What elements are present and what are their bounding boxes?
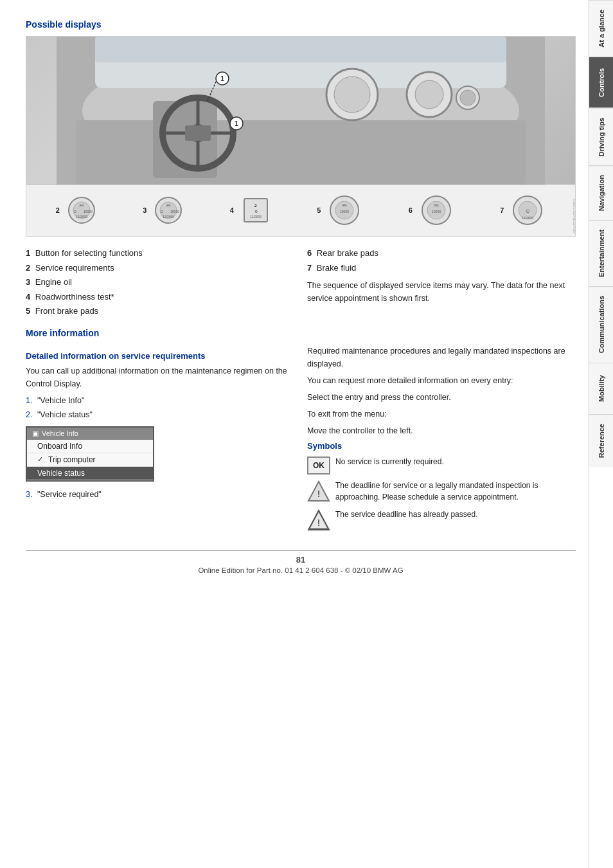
detailed-list: 1. "Vehicle Info" 2. "Vehicle status" — [26, 394, 294, 421]
car-interior-diagram: 1 1 — [26, 37, 575, 185]
instrument-svg-3: als O 10000 12/2009 — [153, 192, 184, 228]
svg-text:⊙: ⊙ — [526, 208, 530, 214]
detailed-list2: 3. "Service required" — [26, 488, 294, 501]
vehicle-info-trip: Trip computer — [27, 453, 153, 467]
tab-at-a-glance[interactable]: At a glance — [589, 0, 613, 57]
svg-point-10 — [334, 77, 370, 113]
vehicle-info-title: Vehicle Info — [42, 429, 78, 437]
list-item-7: 7 Brake fluid — [307, 262, 576, 275]
num-label-6: 6 — [409, 206, 416, 214]
list-item-6: 6 Rear brake pads — [307, 247, 576, 260]
numbered-list-right: 6 Rear brake pads 7 Brake fluid — [307, 247, 576, 274]
symbols-title: Symbols — [307, 441, 576, 451]
svg-text:12/2009: 12/2009 — [522, 216, 533, 220]
num-label-4: 4 — [230, 206, 238, 214]
diagram-main: 1 1 — [26, 37, 575, 185]
symbol-warn-triangle: ! — [307, 480, 330, 503]
items-list-left: 1 Button for selecting functions 2 Servi… — [26, 247, 294, 323]
tab-reference[interactable]: Reference — [589, 414, 613, 467]
more-information-title: More information — [26, 328, 576, 338]
right-tabs: At a glance Controls Driving tips Naviga… — [589, 0, 613, 868]
detailed-para1: You can call up additional information o… — [26, 365, 294, 390]
select-entry: Select the entry and press the controlle… — [307, 391, 576, 404]
items-list-right: 6 Rear brake pads 7 Brake fluid The sequ… — [307, 247, 576, 323]
symbol-passed-triangle: ! — [307, 509, 330, 532]
vehicle-info-icon: ▣ — [32, 429, 39, 438]
vehicle-info-status: Vehicle status — [27, 467, 153, 480]
svg-text:als: als — [166, 203, 171, 207]
svg-text:12/2009: 12/2009 — [76, 215, 87, 219]
symbol-ok-label: OK — [313, 461, 324, 470]
svg-text:10000: 10000 — [84, 210, 93, 213]
svg-rect-13 — [185, 125, 211, 141]
list-item-1: 1 Button for selecting functions — [26, 247, 294, 260]
more-detail-info: You can request more detailed informatio… — [307, 374, 576, 387]
num-label-3: 3 — [143, 206, 150, 214]
sequence-note: The sequence of displayed service items … — [307, 279, 576, 305]
tab-entertainment[interactable]: Entertainment — [589, 220, 613, 286]
list-item-4: 4 Roadworthiness test* — [26, 291, 294, 303]
svg-text:S̲: S̲ — [254, 203, 257, 207]
warn-triangle-svg: ! — [307, 480, 330, 503]
main-content: Possible displays — [0, 0, 589, 868]
symbol-row-passed: ! The service deadline has already passe… — [307, 509, 576, 532]
watermark: 03EC814a02A06 — [573, 199, 576, 233]
svg-text:12/2009: 12/2009 — [163, 215, 174, 219]
page-number: 81 — [26, 555, 576, 565]
svg-text:12/2009: 12/2009 — [250, 215, 262, 219]
vehicle-info-header: ▣ Vehicle Info — [27, 428, 153, 440]
symbol-row-ok: OK No service is currently required. — [307, 456, 576, 475]
symbol-ok-text: No service is currently required. — [335, 456, 444, 467]
svg-text:als: als — [342, 203, 347, 207]
instrument-item-7: 7 ⊙ 12/2009 — [500, 192, 546, 228]
section-title: Possible displays — [26, 19, 576, 30]
detailed-list-item-2: 2. "Vehicle status" — [26, 408, 294, 421]
list-item-5: 5 Front brake pads — [26, 305, 294, 318]
tab-communications[interactable]: Communications — [589, 286, 613, 362]
instrument-svg-7: ⊙ 12/2009 — [510, 192, 546, 228]
num-label-2: 2 — [56, 206, 64, 214]
bottom-left: Detailed information on service requirem… — [26, 345, 294, 538]
list-item-3: 3 Engine oil — [26, 276, 294, 289]
move-controller: Move the controller to the left. — [307, 424, 576, 437]
svg-text:als: als — [434, 203, 439, 207]
instrument-item-6: 6 als 10000 — [409, 192, 454, 228]
symbol-warn-text: The deadline for service or a legally ma… — [335, 480, 576, 503]
tab-driving-tips[interactable]: Driving tips — [589, 108, 613, 166]
symbol-passed-text: The service deadline has already passed. — [335, 509, 477, 520]
svg-text:1: 1 — [220, 75, 224, 82]
tab-controls[interactable]: Controls — [589, 57, 613, 108]
diagram-container: 1 1 2 als O — [26, 36, 576, 237]
num-label-5: 5 — [317, 206, 324, 214]
footer-text: Online Edition for Part no. 01 41 2 604 … — [26, 566, 576, 574]
svg-text:als: als — [79, 203, 84, 207]
svg-rect-3 — [76, 120, 526, 185]
instrument-svg-6: als 10000 — [419, 192, 454, 228]
instrument-svg-2: als O 10000 12/2009 — [66, 192, 97, 228]
svg-text:10000: 10000 — [170, 210, 179, 213]
tab-mobility[interactable]: Mobility — [589, 363, 613, 414]
instrument-item-4: 4 S̲ ⚙ 12/2009 — [230, 192, 271, 228]
list-item-2: 2 Service requirements — [26, 262, 294, 275]
instrument-svg-5: als 10000 — [327, 192, 362, 228]
svg-text:!: ! — [317, 518, 321, 528]
instrument-item-5: 5 als 10000 — [317, 192, 362, 228]
vehicle-info-box: ▣ Vehicle Info Onboard Info Trip compute… — [26, 426, 154, 482]
symbol-ok-box: OK — [307, 457, 330, 475]
svg-rect-19 — [95, 37, 506, 62]
symbol-row-warn: ! The deadline for service or a legally … — [307, 480, 576, 503]
footer: 81 Online Edition for Part no. 01 41 2 6… — [26, 550, 576, 574]
bottom-right: Required maintenance procedures and lega… — [307, 345, 576, 538]
instrument-strip: 2 als O 10000 12/2009 3 als O — [26, 185, 575, 236]
svg-point-21 — [460, 90, 475, 105]
instrument-item-2: 2 als O 10000 12/2009 — [56, 192, 97, 228]
tab-navigation[interactable]: Navigation — [589, 165, 613, 220]
numbered-list-left: 1 Button for selecting functions 2 Servi… — [26, 247, 294, 318]
bottom-section: Detailed information on service requirem… — [26, 345, 576, 538]
num-label-7: 7 — [500, 206, 508, 214]
svg-text:10000: 10000 — [340, 210, 349, 213]
detailed-list-item-1: 1. "Vehicle Info" — [26, 394, 294, 407]
required-maintenance: Required maintenance procedures and lega… — [307, 345, 576, 370]
svg-text:O: O — [161, 210, 163, 213]
exit-menu: To exit from the menu: — [307, 408, 576, 420]
